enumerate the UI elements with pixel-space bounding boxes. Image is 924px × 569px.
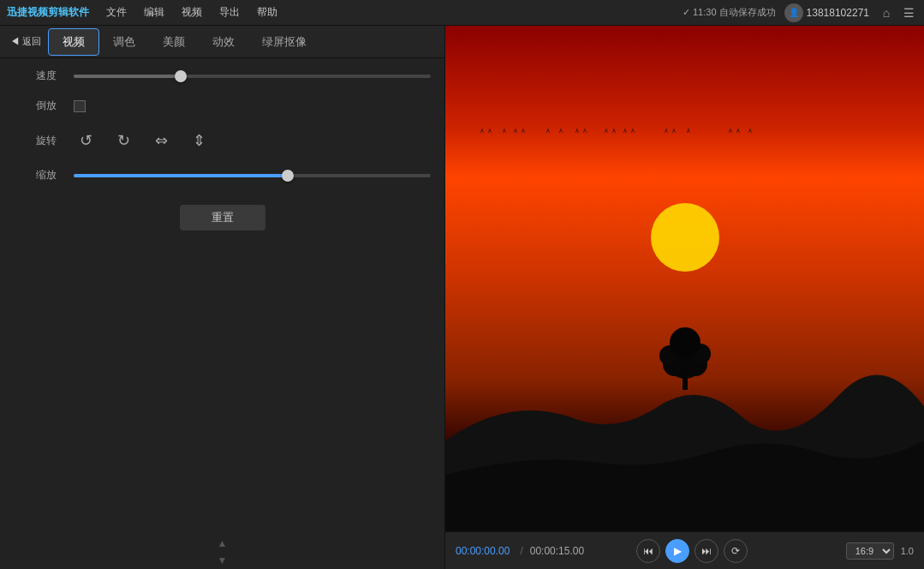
playback-bar: 00:00:00.00 / 00:00:15.00 ⏮ ▶ ⏭ ⟳ 16:9 9… [445,531,924,569]
back-button[interactable]: ◀ 返回 [3,32,48,51]
speed-control: 速度 [14,69,431,83]
user-info[interactable]: 👤 13818102271 [784,3,869,22]
menu-video[interactable]: 视频 [175,3,209,21]
time-separator: / [520,545,522,557]
reset-button[interactable]: 重置 [180,205,265,231]
scale-control: 缩放 [14,168,431,183]
reverse-checkbox-container [74,100,86,112]
loop-button[interactable]: ⟳ [724,539,748,563]
rotate-cw-button[interactable]: ↻ [111,129,135,153]
video-preview[interactable]: ∧∧∧ ∧∧ ∧∧ ∧∧ ∧∧ ∧∧ ∧∧ ∧ ∧∧ ∧ [445,26,924,531]
menu-help[interactable]: 帮助 [250,3,284,21]
playback-buttons: ⏮ ▶ ⏭ ⟳ [636,539,748,563]
save-status: ✓ 11:30 自动保存成功 [683,6,776,19]
tab-color[interactable]: 调色 [99,29,149,55]
controls-area: 速度 倒放 旋转 ↺ ↻ ⇔ ⇕ [0,58,444,535]
flip-v-button[interactable]: ⇕ [187,129,211,153]
menubar: 迅捷视频剪辑软件 文件 编辑 视频 导出 帮助 ✓ 11:30 自动保存成功 👤… [0,0,924,26]
tab-video[interactable]: 视频 [48,28,99,56]
main-layout: ◀ 返回 视频 调色 美颜 动效 绿屏抠像 速度 倒放 [0,26,924,569]
flip-h-button[interactable]: ⇔ [149,129,173,153]
tabs-row: ◀ 返回 视频 调色 美颜 动效 绿屏抠像 [0,26,444,58]
menu-edit[interactable]: 编辑 [137,3,171,21]
reverse-label: 倒放 [14,99,57,113]
preview-canvas: ∧∧∧ ∧∧ ∧∧ ∧∧ ∧∧ ∧∧ ∧∧ ∧ ∧∧ ∧ [445,26,924,531]
tree-silhouette [659,313,711,390]
menu-export[interactable]: 导出 [212,3,247,21]
right-panel: ∧∧∧ ∧∧ ∧∧ ∧∧ ∧∧ ∧∧ ∧∧ ∧ ∧∧ ∧ [445,26,924,569]
scroll-arrow-down: ▼ [0,552,444,569]
prev-frame-button[interactable]: ⏮ [636,539,660,563]
speed-slider[interactable] [74,75,431,78]
home-icon[interactable]: ⌂ [878,4,895,21]
reset-area: 重置 [14,198,431,237]
rotate-control: 旋转 ↺ ↻ ⇔ ⇕ [14,129,431,153]
play-pause-button[interactable]: ▶ [665,539,689,563]
rotate-ccw-button[interactable]: ↺ [74,129,98,153]
menu-file[interactable]: 文件 [99,3,134,21]
aspect-ratio-select[interactable]: 16:9 9:16 1:1 [846,542,894,560]
playback-right: 16:9 9:16 1:1 1.0 [846,542,914,560]
username: 13818102271 [807,7,869,19]
speed-label: 速度 [14,69,57,83]
scroll-arrow-up: ▲ [0,535,444,552]
sun [651,203,719,272]
app-logo: 迅捷视频剪辑软件 [7,5,89,20]
time-current: 00:00:00.00 [456,545,510,557]
rotate-buttons: ↺ ↻ ⇔ ⇕ [74,129,211,153]
time-total: 00:00:15.00 [530,545,584,557]
tab-greenscreen[interactable]: 绿屏抠像 [248,29,320,55]
reverse-control: 倒放 [14,99,431,113]
scale-label: 缩放 [14,168,57,183]
menu-icon[interactable]: ☰ [900,4,917,21]
tab-beauty[interactable]: 美颜 [149,29,199,55]
window-controls: ⌂ ☰ [878,4,917,21]
zoom-level: 1.0 [901,546,914,556]
birds: ∧∧∧ ∧∧ ∧∧ ∧∧ ∧∧ ∧∧ ∧∧ ∧ ∧∧ ∧ [445,127,924,178]
scale-slider[interactable] [74,174,431,177]
avatar: 👤 [784,3,803,22]
tab-effects[interactable]: 动效 [199,29,248,55]
next-frame-button[interactable]: ⏭ [694,539,718,563]
rotate-label: 旋转 [14,134,57,148]
svg-point-6 [670,327,700,358]
left-panel: ◀ 返回 视频 调色 美颜 动效 绿屏抠像 速度 倒放 [0,26,445,569]
menubar-right: ✓ 11:30 自动保存成功 👤 13818102271 ⌂ ☰ [683,3,917,22]
reverse-checkbox[interactable] [74,100,86,112]
